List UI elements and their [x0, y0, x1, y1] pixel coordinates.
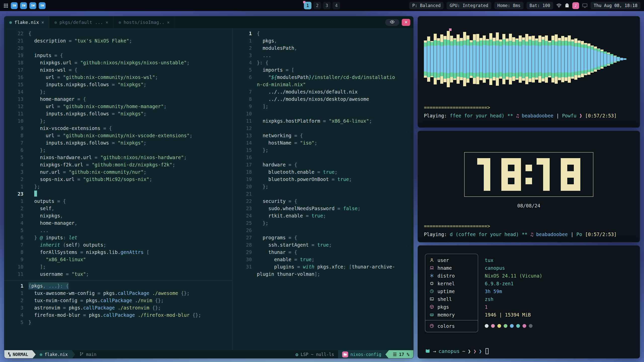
tab-pkgs-default[interactable]: ❆ pkgs/default ... ×	[49, 16, 113, 28]
shell-prompt[interactable]: → canopus ~ ❯ ❯ ❯	[425, 348, 489, 354]
code-line[interactable]: 10 ];	[4, 263, 232, 270]
tag-4[interactable]: 4	[333, 2, 340, 9]
code-line[interactable]: 11 username = "tux";	[4, 270, 232, 278]
code-line[interactable]: 22{	[4, 30, 232, 37]
code-line[interactable]: 1 outputs = {	[4, 198, 232, 205]
code-line[interactable]: 3 ...	[233, 52, 413, 59]
code-line[interactable]: 8 ../../modules/nixos/desktop/awesome	[233, 96, 413, 103]
code-line[interactable]: 12 url = "github:nix-community/home-mana…	[4, 103, 232, 110]
code-line[interactable]: 1 };	[4, 183, 232, 190]
code-line[interactable]: n-cd-minimal.nix"	[233, 81, 413, 88]
code-line[interactable]: 27 programs = {	[233, 234, 413, 241]
code-line[interactable]: 16 url = "github:nix-community/nixos-wsl…	[4, 74, 232, 81]
tag-1[interactable]: 1	[304, 2, 311, 9]
code-line[interactable]: 1 tux-awesome-wm-config = pkgs.callPacka…	[4, 290, 232, 297]
code-line[interactable]: 26	[233, 227, 413, 234]
code-line[interactable]: 28 ssh.startAgent = true;	[233, 241, 413, 249]
code-line[interactable]: 8 url = "github:nix-community/nix-vscode…	[4, 132, 232, 139]
code-line[interactable]: 14 hostName = "iso";	[233, 139, 413, 147]
tag-2[interactable]: 2	[313, 2, 321, 9]
code-line[interactable]: 3 astronvim = pkgs.callPackage ./astronv…	[4, 304, 232, 311]
code-line[interactable]: 17 nixos-wsl = {	[4, 66, 232, 74]
tag-3[interactable]: 3	[323, 2, 331, 9]
code-line[interactable]: 1{	[233, 30, 413, 37]
code-line[interactable]: 21 description = "tux's NixOS Flake";	[4, 37, 232, 44]
workspace-button-2[interactable]: SW	[20, 2, 27, 9]
code-line[interactable]: 29 thunar = {	[233, 249, 413, 256]
window-close-button[interactable]: ✕	[402, 19, 410, 26]
code-line[interactable]: 13 home-manager = {	[4, 96, 232, 103]
pkgs-default-pane[interactable]: 1{pkgs, ...}: {1 tux-awesome-wm-config =…	[4, 281, 232, 350]
code-line[interactable]: 18 nixpkgs.url = "github:nixos/nixpkgs/n…	[4, 59, 232, 66]
panel-toggle-button[interactable]	[385, 19, 399, 26]
wifi-icon[interactable]	[556, 3, 562, 8]
code-line[interactable]: 19 inputs = {	[4, 52, 232, 59]
code-line[interactable]: 5}	[4, 319, 232, 326]
code-line[interactable]: 6 } @ inputs: let	[4, 234, 232, 241]
code-line[interactable]: 30 enable = true;	[233, 256, 413, 263]
code-line[interactable]: 10 };	[4, 117, 232, 125]
code-line[interactable]: 5 nixos-hardware.url = "github:nixos/nix…	[4, 154, 232, 161]
code-line[interactable]: 4}: {	[233, 59, 413, 66]
code-line[interactable]: 20	[4, 44, 232, 52]
code-line[interactable]: 2 modulesPath,	[233, 44, 413, 52]
tab-flake-nix[interactable]: ❆ flake.nix ×	[4, 16, 49, 28]
tab-hosts-isoimage[interactable]: ❆ hosts/isoImag.. ×	[113, 16, 175, 28]
code-line[interactable]: plugin thunar-volman];	[233, 270, 413, 278]
code-line[interactable]: 23	[4, 190, 232, 198]
code-line[interactable]: 6 "${modulesPath}/installer/cd-dvd/insta…	[233, 74, 413, 81]
code-line[interactable]: 6 };	[4, 147, 232, 154]
code-line[interactable]: 9 nix-vscode-extensions = {	[4, 125, 232, 132]
code-line[interactable]: 19 bluetooth.powerOnBoot = true;	[233, 176, 413, 183]
flake-nix-pane[interactable]: 22{21 description = "tux's NixOS Flake";…	[4, 28, 232, 280]
code-line[interactable]: 3 nixpkgs,	[4, 212, 232, 219]
tab-close-icon[interactable]: ×	[42, 20, 44, 25]
code-line[interactable]: 2 tux-nvim-config = pkgs.callPackage ./n…	[4, 297, 232, 304]
code-line[interactable]: 4 home-manager,	[4, 219, 232, 227]
code-line[interactable]: 24 rtkit.enable = true;	[233, 212, 413, 219]
code-line[interactable]: 7 inputs.nixpkgs.follows = "nixpkgs";	[4, 139, 232, 147]
launcher-grid-icon[interactable]	[4, 3, 8, 8]
code-line[interactable]: 1 pkgs,	[233, 37, 413, 44]
code-line[interactable]: 5 ...	[4, 227, 232, 234]
code-line[interactable]: 25 };	[233, 219, 413, 227]
code-line[interactable]: 5 imports = [	[233, 66, 413, 74]
workspace-button-1[interactable]: SW	[11, 2, 18, 9]
code-line[interactable]: 16	[233, 154, 413, 161]
code-line[interactable]: 20 };	[233, 183, 413, 190]
code-line[interactable]: 9 ];	[233, 103, 413, 110]
code-line[interactable]: 2 self,	[4, 205, 232, 212]
code-line[interactable]: 31 plugins = with pkgs.xfce; [thunar-arc…	[233, 263, 413, 270]
code-line[interactable]: 10	[233, 110, 413, 117]
music-badge-icon[interactable]: ♪	[572, 2, 579, 9]
code-line[interactable]: 3 nur.url = "github:nix-community/nur";	[4, 168, 232, 176]
code-line[interactable]: 7 ../../modules/nixos/default.nix	[233, 88, 413, 96]
iso-image-pane[interactable]: 1{1 pkgs,2 modulesPath,3 ...4}: {5 impor…	[233, 28, 413, 350]
code-line[interactable]: 9 "x86_64-linux"	[4, 256, 232, 263]
code-line[interactable]: 23 sudo.wheelNeedsPassword = false;	[233, 205, 413, 212]
code-line[interactable]: 2 sops-nix.url = "github:Mic92/sops-nix"…	[4, 176, 232, 183]
code-line[interactable]: 8 forAllSystems = nixpkgs.lib.genAttrs [	[4, 249, 232, 256]
clock-status[interactable]: Thu Aug 08, 18:18	[591, 2, 640, 9]
code-line[interactable]: 13 networking = {	[233, 132, 413, 139]
tab-close-icon[interactable]: ×	[106, 20, 108, 25]
code-line[interactable]: 14 };	[4, 88, 232, 96]
code-line[interactable]: 15 };	[233, 147, 413, 154]
code-line[interactable]: 21	[233, 190, 413, 198]
code-line[interactable]: 1{pkgs, ...}: {	[4, 282, 232, 290]
workspace-button-3[interactable]: SW	[29, 2, 36, 9]
code-line[interactable]: 18 bluetooth.enable = true;	[233, 168, 413, 176]
code-line[interactable]: 4 nixpkgs-f2k.url = "github:moni-dz/nixp…	[4, 161, 232, 168]
code-line[interactable]: 12	[233, 125, 413, 132]
code-line[interactable]: 15 inputs.nixpkgs.follows = "nixpkgs";	[4, 81, 232, 88]
code-line[interactable]: 4 firefox-mod-blur = pkgs.callPackage ./…	[4, 311, 232, 319]
code-line[interactable]: 11 nixpkgs.hostPlatform = "x86_64-linux"…	[233, 117, 413, 125]
code-line[interactable]: 17 hardware = {	[233, 161, 413, 168]
code-line[interactable]: 22 security = {	[233, 198, 413, 205]
display-icon[interactable]	[582, 3, 588, 8]
code-line[interactable]: 7 inherit (self) outputs;	[4, 241, 232, 249]
tab-close-icon[interactable]: ×	[167, 20, 170, 25]
ghost-icon[interactable]	[565, 3, 569, 8]
code-line[interactable]: 11 inputs.nixpkgs.follows = "nixpkgs";	[4, 110, 232, 117]
workspace-button-4[interactable]: SW	[39, 2, 46, 9]
